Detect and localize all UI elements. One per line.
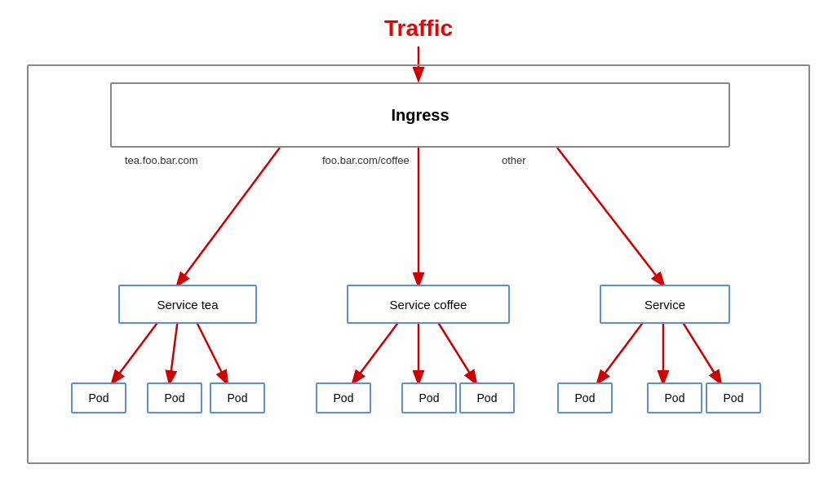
pod-coffee-3-label: Pod	[477, 391, 498, 405]
ingress-box: Ingress	[110, 82, 730, 148]
service-tea-label: Service tea	[157, 298, 218, 312]
pod-other-2-label: Pod	[665, 391, 685, 405]
service-coffee-box: Service coffee	[347, 285, 510, 324]
pod-other-3: Pod	[706, 382, 761, 413]
service-other-box: Service	[600, 285, 730, 324]
pod-coffee-1: Pod	[316, 382, 371, 413]
outer-box: Ingress tea.foo.bar.com foo.bar.com/coff…	[27, 64, 810, 464]
route-label-tea: tea.foo.bar.com	[125, 154, 198, 166]
route-label-coffee: foo.bar.com/coffee	[322, 154, 410, 166]
service-other-label: Service	[644, 298, 685, 312]
pod-other-3-label: Pod	[724, 391, 744, 405]
pod-other-1-label: Pod	[575, 391, 596, 405]
pod-tea-3: Pod	[210, 382, 265, 413]
pod-coffee-3: Pod	[459, 382, 515, 413]
pod-tea-3-label: Pod	[228, 391, 248, 405]
pod-tea-1-label: Pod	[89, 391, 109, 405]
pod-tea-2: Pod	[147, 382, 202, 413]
service-coffee-label: Service coffee	[390, 298, 467, 312]
pod-tea-1: Pod	[71, 382, 126, 413]
pod-coffee-1-label: Pod	[334, 391, 354, 405]
pod-coffee-2: Pod	[401, 382, 457, 413]
traffic-label: Traffic	[384, 15, 453, 42]
ingress-label: Ingress	[391, 106, 449, 125]
pod-coffee-2-label: Pod	[419, 391, 440, 405]
pod-tea-2-label: Pod	[165, 391, 185, 405]
pod-other-1: Pod	[557, 382, 613, 413]
pod-other-2: Pod	[647, 382, 702, 413]
route-label-other: other	[502, 154, 526, 166]
service-tea-box: Service tea	[118, 285, 257, 324]
